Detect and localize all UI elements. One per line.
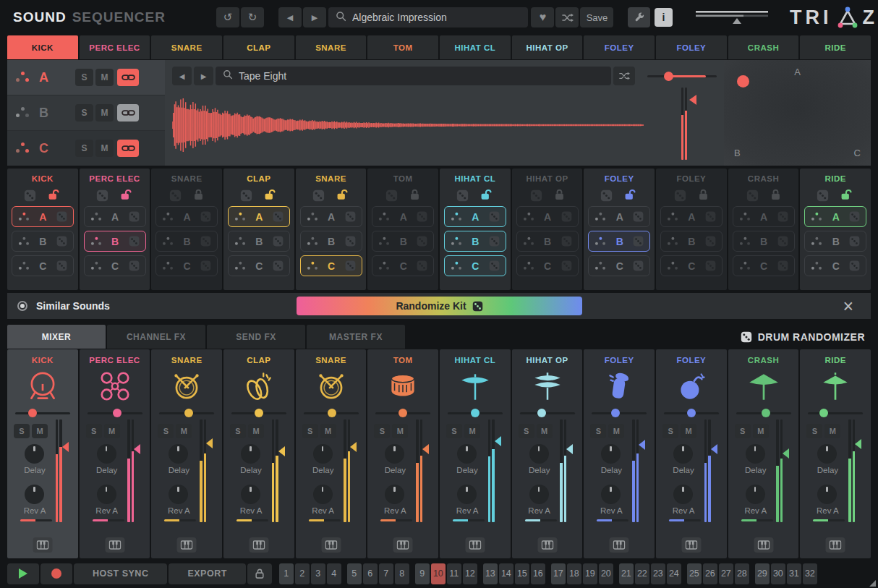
step-4[interactable]: 4 xyxy=(327,563,341,584)
delay-knob[interactable] xyxy=(746,444,765,464)
keyboard-output-icon[interactable] xyxy=(610,537,629,553)
similar-sounds-radio[interactable] xyxy=(17,301,27,311)
reverb-knob[interactable] xyxy=(385,485,404,504)
slot-clap-c[interactable]: C xyxy=(228,255,290,276)
layer-solo-button[interactable]: S xyxy=(75,140,93,157)
slot-kick-a[interactable]: A xyxy=(12,206,74,227)
volume-slider[interactable] xyxy=(375,408,430,418)
step-26[interactable]: 26 xyxy=(703,563,717,584)
lock-open-icon[interactable] xyxy=(336,188,350,203)
slot-foley-c[interactable]: C xyxy=(588,255,650,276)
lock-closed-icon[interactable] xyxy=(698,188,709,203)
mute-button[interactable]: M xyxy=(392,424,408,438)
slot-hihat-op-a[interactable]: A xyxy=(516,206,579,227)
reverb-knob[interactable] xyxy=(457,485,477,504)
volume-slider[interactable] xyxy=(664,408,719,418)
slot-perc-elec-c[interactable]: C xyxy=(84,255,146,276)
delay-knob[interactable] xyxy=(97,444,116,464)
slot-foley-a[interactable]: A xyxy=(588,206,650,227)
step-19[interactable]: 19 xyxy=(583,563,597,584)
solo-button[interactable]: S xyxy=(302,424,318,438)
column-randomize-dice-icon[interactable] xyxy=(600,189,613,202)
lock-closed-icon[interactable] xyxy=(554,188,565,203)
slot-clap-b[interactable]: B xyxy=(228,231,290,252)
slot-hihat-cl-b[interactable]: B xyxy=(444,231,506,252)
slot-randomize-dice-icon[interactable] xyxy=(200,236,211,247)
volume-slider[interactable] xyxy=(231,408,286,418)
info-button[interactable]: i xyxy=(655,8,673,27)
step-31[interactable]: 31 xyxy=(787,563,801,584)
lock-closed-icon[interactable] xyxy=(770,188,781,203)
slot-snare-c[interactable]: C xyxy=(155,255,218,276)
next-sample-button[interactable]: ▶ xyxy=(194,67,213,85)
slot-randomize-dice-icon[interactable] xyxy=(128,236,139,247)
step-10[interactable]: 10 xyxy=(431,563,446,584)
layer-row-b[interactable]: B S M xyxy=(7,95,165,131)
reverb-knob[interactable] xyxy=(817,485,837,504)
slot-randomize-dice-icon[interactable] xyxy=(777,211,788,222)
step-21[interactable]: 21 xyxy=(619,563,634,584)
delay-knob[interactable] xyxy=(241,444,260,464)
slot-hihat-op-b[interactable]: B xyxy=(516,231,579,252)
slot-randomize-dice-icon[interactable] xyxy=(344,260,355,271)
keyboard-output-icon[interactable] xyxy=(249,537,268,553)
solo-button[interactable]: S xyxy=(14,424,30,438)
lock-closed-icon[interactable] xyxy=(409,188,420,203)
volume-slider[interactable] xyxy=(88,408,142,418)
track-tab-foley-9[interactable]: FOLEY xyxy=(584,35,655,59)
slot-randomize-dice-icon[interactable] xyxy=(633,260,644,271)
step-29[interactable]: 29 xyxy=(755,563,770,584)
slot-randomize-dice-icon[interactable] xyxy=(417,236,427,247)
column-randomize-dice-icon[interactable] xyxy=(24,189,36,202)
step-16[interactable]: 16 xyxy=(531,563,545,584)
sample-pan-slider[interactable] xyxy=(647,67,717,85)
slot-randomize-dice-icon[interactable] xyxy=(489,236,500,247)
slot-foley-c[interactable]: C xyxy=(660,255,723,276)
slot-randomize-dice-icon[interactable] xyxy=(200,260,211,271)
step-25[interactable]: 25 xyxy=(687,563,702,584)
slot-randomize-dice-icon[interactable] xyxy=(344,236,355,247)
reverb-knob[interactable] xyxy=(241,485,260,504)
reverb-knob[interactable] xyxy=(673,485,693,504)
column-randomize-dice-icon[interactable] xyxy=(456,189,469,202)
slot-randomize-dice-icon[interactable] xyxy=(489,260,500,271)
solo-button[interactable]: S xyxy=(590,424,606,438)
step-13[interactable]: 13 xyxy=(483,563,498,584)
slot-ride-b[interactable]: B xyxy=(804,231,866,252)
slot-randomize-dice-icon[interactable] xyxy=(273,236,284,247)
lock-open-icon[interactable] xyxy=(120,188,134,203)
step-7[interactable]: 7 xyxy=(379,563,393,584)
track-tab-hihat-op-8[interactable]: HIHAT OP xyxy=(512,35,583,59)
reverb-knob[interactable] xyxy=(529,485,549,504)
slot-randomize-dice-icon[interactable] xyxy=(417,260,427,271)
drum-randomizer[interactable]: DRUM RANDOMIZER xyxy=(741,325,871,349)
slot-foley-a[interactable]: A xyxy=(660,206,723,227)
track-tab-hihat-cl-7[interactable]: HIHAT CL xyxy=(440,35,511,59)
sample-search[interactable] xyxy=(216,67,611,85)
slot-randomize-dice-icon[interactable] xyxy=(561,260,571,271)
save-button[interactable]: Save xyxy=(580,7,613,27)
mute-button[interactable]: M xyxy=(681,424,696,438)
keyboard-output-icon[interactable] xyxy=(393,537,413,553)
delay-knob[interactable] xyxy=(529,444,549,464)
reverb-knob[interactable] xyxy=(601,485,621,504)
slot-randomize-dice-icon[interactable] xyxy=(56,260,67,271)
fx-tab-mixer[interactable]: MIXER xyxy=(7,325,106,349)
step-18[interactable]: 18 xyxy=(567,563,581,584)
xy-pad-handle[interactable] xyxy=(737,75,749,88)
step-32[interactable]: 32 xyxy=(803,563,817,584)
mute-button[interactable]: M xyxy=(320,424,336,438)
fx-tab-send-fx[interactable]: SEND FX xyxy=(207,325,305,349)
waveform-display[interactable] xyxy=(172,92,655,158)
step-23[interactable]: 23 xyxy=(651,563,665,584)
layer-solo-button[interactable]: S xyxy=(75,104,93,122)
solo-button[interactable]: S xyxy=(374,424,390,438)
step-22[interactable]: 22 xyxy=(635,563,649,584)
record-button[interactable] xyxy=(41,563,72,584)
track-tab-snare-3[interactable]: SNARE xyxy=(151,35,222,59)
solo-button[interactable]: S xyxy=(519,424,534,438)
slot-hihat-cl-a[interactable]: A xyxy=(444,206,506,227)
reverb-knob[interactable] xyxy=(746,485,765,504)
volume-slider[interactable] xyxy=(159,408,214,418)
lock-open-icon[interactable] xyxy=(840,188,854,203)
